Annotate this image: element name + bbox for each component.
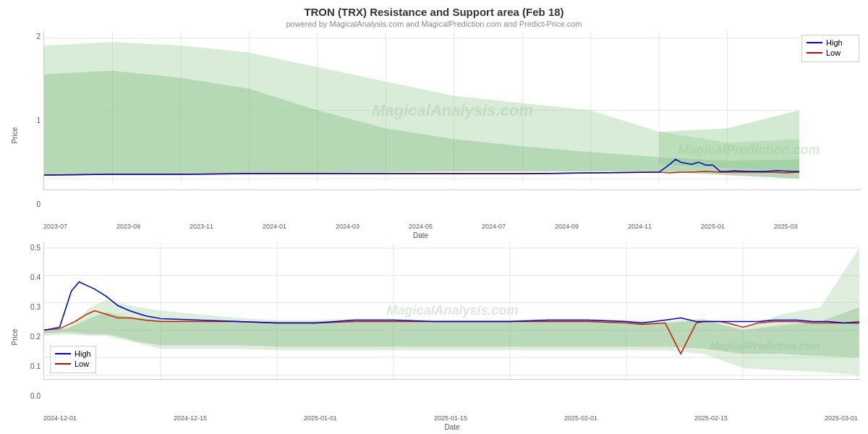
bottom-ytick-00: 0.0 [30,392,41,400]
bottom-xtick-7: 2025-03-01 [825,414,858,422]
bottom-ytick-01: 0.1 [30,362,41,370]
top-xtick-8: 2024-09 [555,223,579,230]
bottom-xtick-2: 2024-12-15 [174,414,207,422]
top-chart-container: Price 2 1 0 MagicalAnalysis.com MagicalP… [7,31,861,239]
bottom-xtick-6: 2025-02-15 [694,414,728,422]
bottom-band-outer [44,248,859,375]
top-xtick-2: 2023-09 [116,223,140,230]
page-title: TRON (TRX) Resistance and Support area (… [304,6,563,18]
charts-wrapper: Price 2 1 0 MagicalAnalysis.com MagicalP… [0,31,868,431]
top-xtick-6: 2024-05 [409,223,433,230]
bottom-low-line-icon [55,363,71,365]
top-xtick-9: 2024-11 [628,223,652,230]
top-high-label: High [826,38,843,47]
bottom-ytick-02: 0.2 [30,333,41,341]
bottom-chart-area: MagicalAnalysis.com MagicalPrediction.co… [43,242,861,380]
top-ytick-0: 0 [36,200,41,208]
bottom-xtick-5: 2025-02-01 [564,414,597,422]
bottom-xtick-1: 2024-12-01 [43,414,77,422]
top-x-axis-label: Date [22,230,861,239]
top-y-axis-label: Price [7,31,22,239]
top-xtick-7: 2024-07 [482,223,506,230]
top-high-line-icon [807,42,822,43]
bottom-y-axis-label: Price [7,242,22,431]
top-xtick-4: 2024-01 [263,223,286,230]
bottom-ytick-05: 0.5 [30,244,41,252]
top-xtick-11: 2025-03 [774,223,798,230]
bottom-ytick-03: 0.3 [30,303,41,311]
bottom-legend-high: High [55,349,91,358]
top-legend-low: Low [807,48,854,57]
bottom-ytick-04: 0.4 [30,273,41,281]
top-chart-area: MagicalAnalysis.com MagicalPrediction.co… [43,31,861,190]
bottom-high-label: High [75,349,91,358]
bottom-xtick-3: 2025-01-01 [304,414,337,422]
top-low-line-icon [807,52,822,54]
top-xtick-3: 2023-11 [190,223,213,230]
bottom-x-axis-label: Date [22,422,861,431]
top-ytick-2: 2 [36,33,41,41]
bottom-chart-container: Price 0.5 0.4 0.3 0.2 0.1 0.0 MagicalAna… [7,242,861,431]
top-chart-svg [44,31,799,190]
bottom-legend: High Low [50,346,96,373]
bottom-xtick-4: 2025-01-15 [434,414,467,422]
top-legend: High Low [801,35,859,62]
top-legend-high: High [807,38,854,47]
bottom-high-line-icon [55,353,71,354]
main-container: TRON (TRX) Resistance and Support area (… [0,0,868,434]
bottom-low-label: Low [75,359,89,368]
top-xtick-1: 2023-07 [43,223,67,230]
bottom-legend-low: Low [55,359,91,368]
bottom-chart-svg [44,242,859,379]
top-xtick-10: 2025-01 [701,223,725,230]
top-low-label: Low [826,48,841,57]
top-xtick-5: 2024-03 [336,223,359,230]
top-ytick-1: 1 [36,116,41,124]
page-subtitle: powered by MagicalAnalysis.com and Magic… [286,20,582,28]
